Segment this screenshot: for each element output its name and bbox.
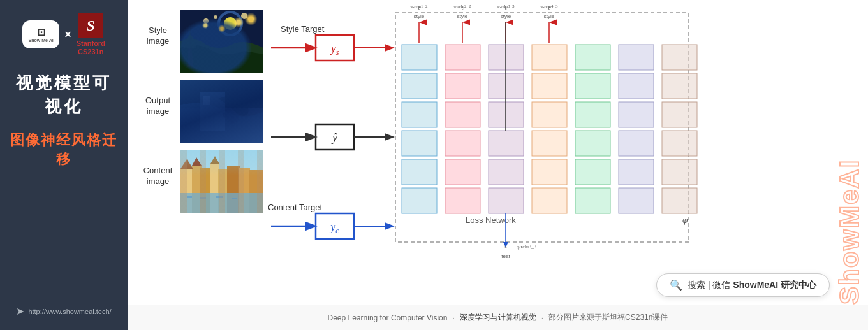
svg-rect-85 — [662, 159, 697, 185]
svg-text:Style Target: Style Target — [281, 24, 325, 34]
svg-text:Loss Network: Loss Network — [466, 215, 516, 225]
svg-text:ŷ: ŷ — [331, 131, 337, 144]
svg-text:φ,relu2_2: φ,relu2_2 — [453, 4, 471, 9]
svg-rect-60 — [489, 131, 524, 156]
svg-rect-81 — [662, 45, 697, 70]
svg-rect-64 — [532, 73, 567, 99]
svg-text:φ: φ — [682, 215, 688, 225]
svg-text:style: style — [414, 13, 425, 19]
svg-rect-82 — [662, 73, 697, 99]
svg-text:φ,relu4_3: φ,relu4_3 — [540, 4, 558, 9]
footer-bar: Deep Learning for Computer Vision · 深度学习… — [128, 305, 868, 330]
website-link[interactable]: ➤ http://www.showmeai.tech/ — [16, 305, 111, 317]
search-text: 搜索 | 微信 ShowMeAI 研究中心 — [688, 280, 816, 291]
footer-dot1: · — [452, 313, 454, 322]
svg-rect-80 — [619, 188, 654, 213]
svg-text:feat: feat — [501, 254, 510, 259]
subtitle: 图像神经风格迁移 — [10, 131, 118, 169]
svg-rect-47 — [402, 102, 437, 127]
svg-rect-77 — [619, 102, 654, 127]
watermark: ShowMeAI — [834, 13, 865, 305]
website-url: http://www.showmeai.tech/ — [28, 308, 111, 315]
svg-rect-72 — [575, 131, 610, 156]
svg-rect-74 — [575, 188, 610, 213]
search-bar[interactable]: 🔍 搜索 | 微信 ShowMeAI 研究中心 — [656, 273, 830, 297]
svg-rect-67 — [532, 159, 567, 185]
svg-rect-51 — [445, 45, 480, 70]
showmeai-logo-text: Show Me AI — [29, 38, 54, 43]
svg-rect-52 — [445, 73, 480, 99]
sidebar: ⊡ Show Me AI × S Stanford CS231n 视觉模型可视化… — [0, 0, 128, 330]
logo-area: ⊡ Show Me AI × S Stanford CS231n — [22, 13, 105, 56]
search-icon: 🔍 — [670, 279, 682, 291]
svg-rect-50 — [402, 188, 437, 213]
svg-rect-45 — [402, 45, 437, 70]
svg-rect-70 — [575, 73, 610, 99]
footer-note: 部分图片来源于斯坦福CS231n课件 — [548, 312, 668, 323]
svg-rect-54 — [445, 131, 480, 156]
stanford-text: Stanford CS231n — [77, 39, 105, 56]
showmeai-logo-icon: ⊡ — [37, 26, 45, 38]
svg-rect-55 — [445, 159, 480, 185]
footer-zh: 深度学习与计算机视觉 — [460, 312, 536, 323]
svg-text:φ,relu3_3: φ,relu3_3 — [497, 4, 515, 9]
svg-rect-68 — [532, 188, 567, 213]
svg-rect-71 — [575, 102, 610, 127]
svg-text:style: style — [501, 13, 511, 19]
showmeai-logo: ⊡ Show Me AI — [22, 20, 59, 48]
main-title: 视觉模型可视化 — [10, 71, 118, 118]
svg-text:style: style — [457, 13, 468, 19]
stanford-s-letter: S — [78, 13, 103, 38]
cursor-icon: ➤ — [16, 305, 24, 317]
svg-rect-62 — [489, 188, 524, 213]
svg-text:Content Target: Content Target — [268, 203, 322, 212]
svg-rect-48 — [402, 131, 437, 156]
svg-text:φ,relu1_2: φ,relu1_2 — [410, 4, 428, 9]
svg-rect-63 — [532, 45, 567, 70]
svg-rect-78 — [619, 131, 654, 156]
x-separator: × — [64, 28, 71, 41]
svg-text:style: style — [544, 13, 555, 19]
svg-rect-86 — [662, 188, 697, 213]
svg-rect-65 — [532, 102, 567, 127]
svg-text:φ,relu3_3: φ,relu3_3 — [517, 244, 536, 250]
svg-rect-73 — [575, 159, 610, 185]
svg-rect-61 — [489, 159, 524, 185]
svg-rect-69 — [575, 45, 610, 70]
stanford-logo: S Stanford CS231n — [77, 13, 105, 56]
footer-dot2: · — [541, 313, 543, 322]
svg-rect-84 — [662, 131, 697, 156]
main-content: Styleimage — [128, 0, 868, 330]
search-brand: ShowMeAI 研究中心 — [733, 280, 816, 290]
svg-rect-83 — [662, 102, 697, 127]
svg-rect-56 — [445, 188, 480, 213]
svg-rect-53 — [445, 102, 480, 127]
svg-rect-79 — [619, 159, 654, 185]
svg-rect-76 — [619, 73, 654, 99]
svg-rect-75 — [619, 45, 654, 70]
svg-rect-46 — [402, 73, 437, 99]
footer-en: Deep Learning for Computer Vision — [328, 313, 448, 322]
svg-rect-49 — [402, 159, 437, 185]
svg-rect-66 — [532, 131, 567, 156]
